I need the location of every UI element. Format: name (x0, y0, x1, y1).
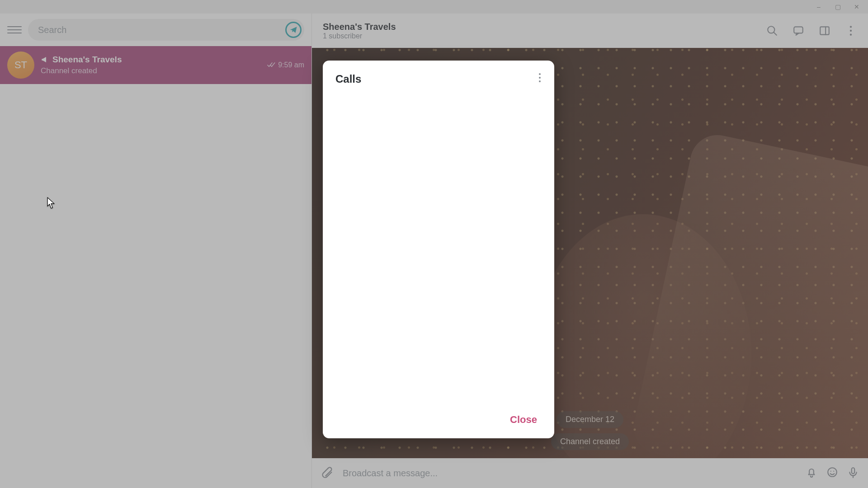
modal-title: Calls (335, 73, 361, 85)
calls-modal: Calls Close (323, 61, 554, 438)
close-button[interactable]: Close (505, 410, 542, 429)
svg-point-14 (539, 77, 541, 79)
svg-point-13 (539, 73, 541, 75)
modal-body (335, 86, 542, 410)
svg-point-15 (539, 80, 541, 82)
modal-more-icon[interactable] (538, 72, 542, 86)
